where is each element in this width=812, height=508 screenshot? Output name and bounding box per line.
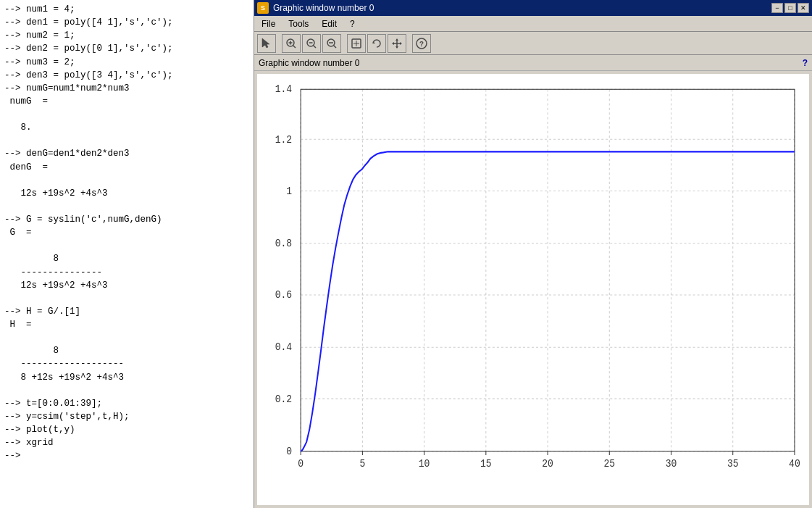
svg-text:30: 30: [666, 459, 677, 470]
terminal-line: [4, 331, 249, 344]
terminal-line: -------------------: [4, 357, 249, 370]
svg-marker-20: [400, 42, 402, 45]
svg-text:1: 1: [286, 186, 292, 196]
rotate-button[interactable]: [367, 34, 386, 53]
terminal-line: --> den2 = poly([0 1],'s','c');: [4, 42, 249, 55]
status-label: Graphic window number 0: [259, 58, 803, 68]
terminal-line: G =: [4, 226, 249, 239]
terminal-panel: --> num1 = 4;--> den1 = poly([4 1],'s','…: [0, 0, 254, 508]
svg-text:15: 15: [480, 459, 492, 470]
terminal-line: --> H = G/.[1]: [4, 305, 249, 318]
pan-button[interactable]: [347, 34, 366, 53]
terminal-line: H =: [4, 318, 249, 331]
select-tool-button[interactable]: [257, 34, 276, 53]
svg-text:0.8: 0.8: [275, 238, 292, 249]
menu-item-tools[interactable]: Tools: [282, 17, 314, 30]
terminal-line: --> xgrid: [4, 436, 249, 449]
maximize-button[interactable]: □: [784, 3, 796, 13]
zoom-out-button[interactable]: [322, 34, 341, 53]
terminal-line: -->: [4, 449, 249, 462]
svg-marker-19: [392, 42, 394, 45]
help-button[interactable]: ?: [412, 34, 431, 53]
scilab-icon: S: [257, 2, 269, 14]
svg-marker-17: [395, 38, 398, 41]
zoom-button[interactable]: [302, 34, 321, 53]
svg-text:?: ?: [419, 41, 424, 49]
terminal-line: ---------------: [4, 266, 249, 279]
terminal-line: [4, 384, 249, 397]
status-bar: Graphic window number 0 ?: [254, 55, 812, 71]
window-controls: − □ ✕: [771, 3, 809, 13]
terminal-line: 12s +19s^2 +4s^3: [4, 279, 249, 292]
terminal-line: --> plot(t,y): [4, 423, 249, 436]
svg-text:40: 40: [789, 459, 800, 470]
svg-text:1.4: 1.4: [275, 84, 292, 95]
terminal-line: numG =: [4, 95, 249, 108]
svg-line-2: [293, 45, 296, 48]
terminal-line: denG =: [4, 161, 249, 174]
terminal-line: [4, 108, 249, 121]
menu-item-edit[interactable]: Edit: [316, 17, 343, 30]
svg-text:35: 35: [727, 459, 739, 470]
move-button[interactable]: [388, 34, 406, 53]
terminal-line: --> G = syslin('c',numG,denG): [4, 213, 249, 226]
terminal-line: 8.: [4, 121, 249, 134]
menu-item-file[interactable]: File: [256, 17, 281, 30]
terminal-line: [4, 239, 249, 252]
terminal-line: --> denG=den1*den2*den3: [4, 147, 249, 160]
terminal-line: 8 +12s +19s^2 +4s^3: [4, 371, 249, 384]
svg-text:0.4: 0.4: [275, 342, 292, 353]
chart-area: 0 5 10 15 20 25 30 35 40 0 0.2 0.4 0.6 0…: [257, 74, 809, 505]
svg-text:1.2: 1.2: [275, 134, 292, 145]
terminal-line: --> y=csim('step',t,H);: [4, 410, 249, 423]
svg-text:0.2: 0.2: [275, 394, 292, 404]
terminal-line: [4, 292, 249, 305]
svg-text:20: 20: [542, 459, 553, 470]
terminal-line: 12s +19s^2 +4s^3: [4, 187, 249, 200]
svg-text:25: 25: [603, 459, 615, 470]
terminal-line: [4, 200, 249, 213]
close-button[interactable]: ✕: [798, 3, 809, 13]
zoom-in-button[interactable]: [282, 34, 301, 53]
window-title: Graphic window number 0: [273, 3, 771, 13]
terminal-line: 8: [4, 344, 249, 357]
terminal-line: [4, 134, 249, 147]
menu-item-?[interactable]: ?: [344, 17, 361, 30]
minimize-button[interactable]: −: [771, 3, 783, 13]
svg-rect-23: [257, 74, 809, 505]
graphic-window: S Graphic window number 0 − □ ✕ FileTool…: [254, 0, 812, 508]
status-help-button[interactable]: ?: [803, 58, 808, 68]
chart-svg: 0 5 10 15 20 25 30 35 40 0 0.2 0.4 0.6 0…: [257, 74, 809, 505]
terminal-line: [4, 174, 249, 187]
title-bar: S Graphic window number 0 − □ ✕: [254, 0, 812, 16]
toolbar: ?: [254, 32, 812, 55]
svg-text:0: 0: [286, 446, 292, 457]
svg-text:5: 5: [359, 459, 365, 470]
terminal-line: --> num1 = 4;: [4, 3, 249, 16]
svg-marker-18: [395, 46, 398, 49]
svg-text:10: 10: [419, 459, 430, 470]
terminal-line: --> num2 = 1;: [4, 29, 249, 42]
menu-bar: FileToolsEdit?: [254, 16, 812, 32]
terminal-line: --> den1 = poly([4 1],'s','c');: [4, 16, 249, 29]
svg-text:0.6: 0.6: [275, 290, 292, 301]
svg-line-9: [334, 45, 337, 48]
terminal-line: 8: [4, 252, 249, 265]
terminal-line: --> numG=num1*num2*num3: [4, 82, 249, 95]
terminal-line: --> num3 = 2;: [4, 56, 249, 69]
svg-marker-0: [262, 38, 269, 48]
svg-line-6: [314, 45, 317, 48]
terminal-line: --> den3 = poly([3 4],'s','c');: [4, 69, 249, 82]
svg-text:0: 0: [298, 459, 304, 470]
terminal-line: --> t=[0:0.01:39];: [4, 397, 249, 410]
